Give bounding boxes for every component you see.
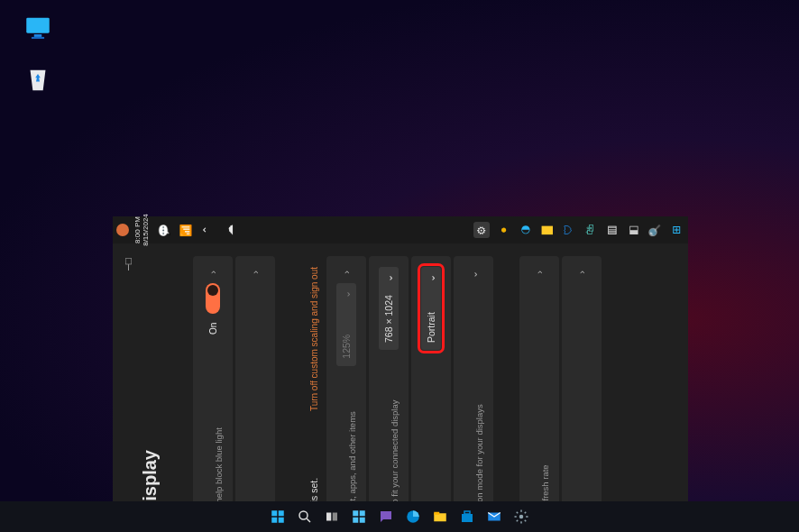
mail-icon[interactable] [483, 506, 505, 527]
section-scale-layout: Scale & layout [285, 256, 296, 532]
taskbar-edge-icon[interactable]: ◑ [517, 222, 533, 238]
multiple-displays-label: Multiple displays [463, 291, 473, 532]
resolution-value: 768 × 1024 [383, 295, 394, 343]
chat-icon[interactable] [375, 506, 397, 527]
taskbar-explorer-icon[interactable]: ▇ [538, 222, 555, 238]
start-icon[interactable] [267, 506, 289, 527]
onedrive-icon[interactable]: ☁ [221, 222, 237, 238]
svg-rect-12 [360, 510, 365, 516]
taskbar-security-icon[interactable]: 🛡 [560, 222, 576, 238]
desktop-icon-this-pc[interactable] [16, 13, 60, 45]
night-light-toggle[interactable] [206, 283, 220, 314]
taskbar-search-icon[interactable]: 🔍 [647, 222, 663, 238]
hdr-more-link[interactable]: More about HDR [256, 287, 266, 532]
svg-point-7 [299, 511, 308, 519]
chevron-down-icon: ⌄ [426, 274, 436, 282]
svg-rect-19 [464, 511, 470, 514]
resolution-dropdown[interactable]: 768 × 1024 ⌄ [379, 267, 399, 350]
taskbar-app3-icon[interactable]: ◧ [625, 222, 641, 238]
network-icon[interactable]: 📶 [178, 222, 194, 238]
user-avatar-icon[interactable] [116, 224, 129, 236]
svg-point-21 [519, 515, 524, 519]
row-scale[interactable]: ⧉ Scale Change the size of text, apps, a… [326, 256, 366, 532]
row-multiple-displays[interactable]: ▣ Multiple displays Choose the presentat… [454, 256, 493, 532]
pin-icon[interactable]: –□ [122, 258, 134, 271]
taskbar-settings-icon[interactable]: ⚙ [473, 222, 490, 238]
row-custom-scale-warning: A custom scale factor is set. Turn off c… [301, 256, 326, 532]
chevron-right-icon[interactable]: › [250, 267, 261, 278]
taskbar-start-icon[interactable]: ⊞ [668, 222, 684, 238]
taskview-icon[interactable] [321, 506, 343, 527]
rotated-taskbar: 8:00 PM 8/15/2024 💬 📶 ⌃ ☁ ⚙ ● ◑ ▇ 🛡 🛍 ▥ … [113, 216, 688, 243]
get-help-link[interactable]: ❍ Get help [604, 256, 629, 532]
chevron-right-icon[interactable]: › [207, 267, 218, 278]
advanced-display-desc: Display information, refresh rate [540, 287, 550, 532]
svg-rect-17 [434, 512, 439, 515]
chevron-down-icon: ⌄ [383, 274, 394, 282]
orientation-value: Portrait [426, 312, 436, 343]
orientation-dropdown[interactable]: Portrait ⌄ [421, 267, 441, 350]
svg-rect-11 [353, 510, 358, 516]
chevron-right-icon[interactable]: › [576, 267, 587, 278]
svg-line-8 [307, 518, 310, 522]
row-night-light[interactable]: ☀ Night light Use warmer colors to help … [193, 256, 233, 532]
chevron-right-icon[interactable]: › [341, 267, 352, 278]
taskbar-app-icon[interactable]: ● [495, 222, 511, 238]
graphics-label: Graphics [576, 287, 587, 532]
chevron-right-icon[interactable]: › [534, 267, 545, 278]
clock-date: 8/15/2024 [142, 214, 151, 246]
section-brightness-color: Brightness & color [177, 256, 188, 532]
clock[interactable]: 8:00 PM 8/15/2024 [134, 214, 151, 246]
svg-rect-10 [333, 513, 337, 521]
settings-window: Settings ← –□ System › Display Brightnes… [113, 216, 688, 532]
search-icon[interactable] [294, 506, 316, 527]
chevron-down-icon[interactable]: ⌄ [468, 267, 480, 282]
tray-chevron-icon[interactable]: ⌃ [199, 222, 216, 238]
row-hdr[interactable]: ▦ HDR More about HDR › [235, 256, 275, 532]
edge-icon[interactable] [402, 506, 424, 527]
window-header: Settings [122, 256, 133, 532]
multiple-displays-desc: Choose the presentation mode for your di… [474, 291, 484, 532]
row-graphics[interactable]: ▤ Graphics › [562, 256, 602, 532]
svg-rect-3 [271, 510, 277, 516]
hdr-label: HDR [244, 287, 255, 532]
scale-dropdown[interactable]: 125% ⌄ [336, 283, 356, 366]
row-display-orientation[interactable]: ⟲ Display orientation Portrait ⌄ [411, 256, 451, 532]
desktop-icon-recycle-bin[interactable] [16, 65, 60, 97]
svg-rect-14 [360, 518, 365, 523]
host-taskbar [0, 501, 799, 532]
svg-rect-0 [26, 18, 50, 33]
breadcrumb: System › Display [140, 256, 161, 532]
settings-icon[interactable] [510, 506, 532, 527]
svg-rect-9 [326, 513, 331, 521]
svg-rect-2 [32, 37, 44, 39]
widgets-icon[interactable] [348, 506, 370, 527]
scale-value: 125% [341, 335, 352, 359]
explorer-icon[interactable] [429, 506, 451, 527]
svg-rect-5 [271, 518, 277, 523]
notifications-icon[interactable]: 💬 [156, 222, 172, 238]
advanced-display-label: Advanced display [528, 287, 539, 532]
svg-rect-4 [279, 510, 284, 516]
settings-window-container: Settings ← –□ System › Display Brightnes… [113, 56, 688, 471]
svg-rect-13 [353, 518, 358, 523]
taskbar-app2-icon[interactable]: ▥ [603, 222, 620, 238]
section-related-settings: Related settings [503, 256, 514, 532]
svg-rect-18 [462, 514, 473, 522]
row-advanced-display[interactable]: 🖵 Advanced display Display information, … [519, 256, 559, 532]
svg-rect-1 [34, 34, 42, 37]
row-display-resolution[interactable]: ▭ Display resolution Adjust the resoluti… [369, 256, 409, 532]
chevron-down-icon: ⌄ [341, 290, 352, 298]
night-light-toggle-state: On [208, 323, 218, 335]
store-icon[interactable] [456, 506, 478, 527]
svg-rect-6 [279, 518, 284, 523]
taskbar-store-icon[interactable]: 🛍 [582, 222, 598, 238]
turn-off-custom-scaling-link[interactable]: Turn off custom scaling and sign out [309, 267, 319, 411]
